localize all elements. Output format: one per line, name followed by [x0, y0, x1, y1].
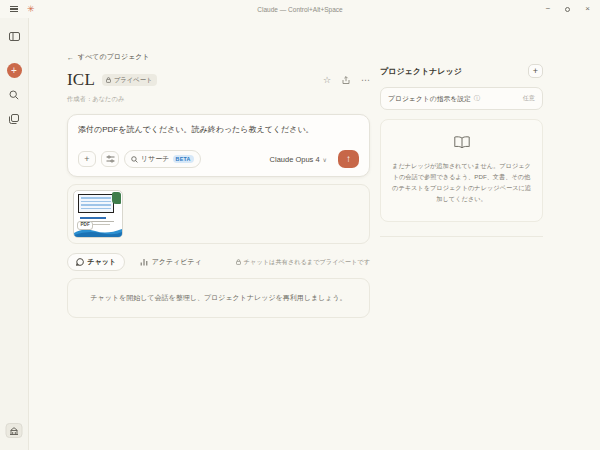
share-button[interactable]: [342, 76, 350, 85]
attach-button[interactable]: +: [78, 151, 96, 167]
tab-activity-label: アクティビティ: [152, 257, 202, 267]
chat-bubble-icon: [76, 258, 84, 266]
knowledge-empty-text: まだナレッジが追加されていません。プロジェクトの会話で参照できるよう、PDF、文…: [391, 161, 532, 204]
chevron-down-icon: ∨: [323, 156, 327, 163]
privacy-badge: プライベート: [102, 74, 157, 86]
maximize-icon: [565, 7, 570, 12]
tools-sliders-icon: [106, 155, 115, 163]
creator-label: 作成者：あなたのみ: [67, 95, 370, 104]
info-icon: ⓘ: [474, 94, 480, 103]
page-title: ICL: [67, 70, 95, 90]
attachments-strip: PDF: [67, 184, 370, 244]
set-instructions-button[interactable]: プロジェクトの指示を設定 ⓘ 任意: [380, 87, 543, 110]
tabs-row: チャット アクティビティ チャットは共有されるまでプライベートです: [67, 253, 370, 271]
minimize-button[interactable]: −: [546, 4, 551, 14]
maximize-button[interactable]: [565, 4, 570, 14]
research-label: リサーチ: [141, 154, 170, 164]
pdf-attachment-thumbnail[interactable]: PDF: [73, 190, 123, 238]
close-button[interactable]: ×: [585, 4, 590, 14]
beta-badge: BETA: [173, 155, 194, 163]
lock-icon: [236, 259, 241, 265]
sidebar: +: [0, 18, 29, 450]
research-button[interactable]: リサーチ BETA: [124, 150, 201, 168]
breadcrumb[interactable]: ← すべてのプロジェクト: [67, 52, 150, 62]
lock-icon: [106, 77, 111, 83]
window-title: Claude — Control+Alt+Space: [0, 6, 600, 13]
tab-activity[interactable]: アクティビティ: [131, 253, 211, 271]
model-selector[interactable]: Claude Opus 4 ∨: [270, 155, 327, 164]
breadcrumb-label: すべてのプロジェクト: [78, 52, 150, 62]
project-knowledge-panel: プロジェクトナレッジ + プロジェクトの指示を設定 ⓘ 任意 まだナレッジが追加…: [380, 64, 543, 237]
send-button[interactable]: ↑: [338, 150, 359, 168]
activity-chart-icon: [140, 258, 148, 266]
search-icon[interactable]: [9, 90, 19, 100]
pdf-type-badge: PDF: [77, 221, 93, 230]
knowledge-panel-title: プロジェクトナレッジ: [380, 66, 462, 77]
panel-divider: [380, 236, 543, 237]
organization-button[interactable]: [6, 423, 23, 438]
set-instructions-label: プロジェクトの指示を設定: [388, 94, 471, 104]
new-chat-button[interactable]: +: [7, 63, 22, 78]
pdf-preview-figure: [78, 194, 114, 213]
tools-button[interactable]: [101, 151, 119, 167]
pdf-preview-green-figure: [112, 192, 121, 204]
add-knowledge-button[interactable]: +: [528, 64, 543, 78]
model-label: Claude Opus 4: [270, 155, 320, 164]
research-search-icon: [131, 156, 138, 163]
tab-chats-label: チャット: [88, 257, 117, 267]
tab-chats[interactable]: チャット: [67, 253, 125, 271]
book-icon: [454, 136, 470, 149]
project-main: ← すべてのプロジェクト ICL プライベート ☆ ⋯ 作成者：あなたのみ: [67, 52, 370, 318]
empty-chats-text: チャットを開始して会話を整理し、プロジェクトナレッジを再利用しましょう。: [90, 294, 346, 301]
empty-chats-box: チャットを開始して会話を整理し、プロジェクトナレッジを再利用しましょう。: [67, 278, 370, 318]
more-options-button[interactable]: ⋯: [361, 76, 370, 85]
chats-privacy-note-label: チャットは共有されるまでプライベートです: [244, 258, 370, 267]
claude-logo-icon: ✳: [27, 5, 35, 14]
chats-privacy-note: チャットは共有されるまでプライベートです: [236, 258, 370, 267]
composer-input-text[interactable]: 添付のPDFを読んでください。読み終わったら教えてください。: [78, 124, 359, 135]
projects-icon[interactable]: [9, 114, 19, 124]
privacy-badge-label: プライベート: [114, 76, 153, 85]
optional-label: 任意: [523, 94, 535, 103]
sidebar-toggle-icon[interactable]: [9, 32, 20, 41]
share-icon: [342, 76, 350, 85]
back-arrow-icon: ←: [67, 54, 74, 61]
hamburger-menu-icon[interactable]: [10, 6, 18, 13]
star-button[interactable]: ☆: [323, 76, 331, 85]
knowledge-empty-state: まだナレッジが追加されていません。プロジェクトの会話で参照できるよう、PDF、文…: [380, 119, 543, 222]
chat-composer[interactable]: 添付のPDFを読んでください。読み終わったら教えてください。 + リサーチ BE…: [67, 114, 370, 177]
titlebar: ✳ Claude — Control+Alt+Space − ×: [0, 0, 600, 18]
